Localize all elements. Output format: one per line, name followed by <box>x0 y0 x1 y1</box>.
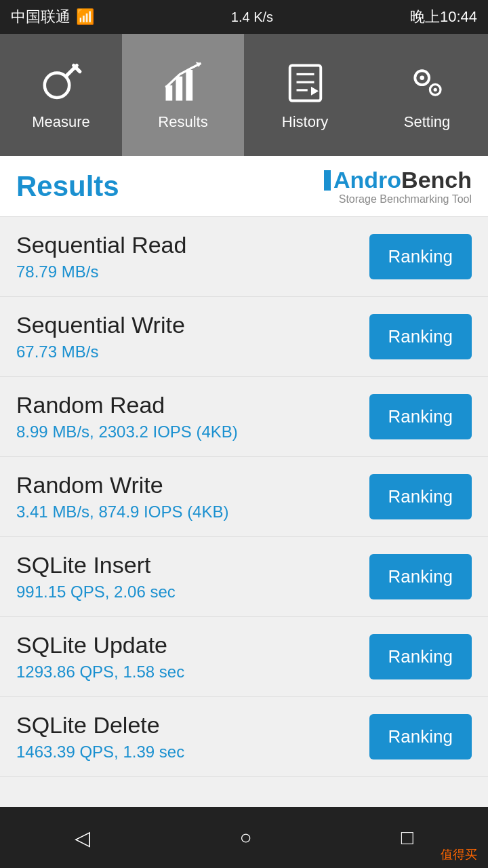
svg-rect-4 <box>176 76 182 100</box>
bench-info-rand-read: Random Read 8.99 MB/s, 2303.2 IOPS (4KB) <box>16 392 369 441</box>
tab-measure-label: Measure <box>32 113 90 131</box>
svg-point-15 <box>433 87 436 91</box>
brand-first: Andro <box>333 167 401 193</box>
bench-name-sqlite-delete: SQLite Delete <box>16 712 369 738</box>
bench-value-rand-write: 3.41 MB/s, 874.9 IOPS (4KB) <box>16 502 369 521</box>
status-bar: 中国联通 📶 1.4 K/s 晚上10:44 <box>0 0 488 34</box>
bench-info-sqlite-delete: SQLite Delete 1463.39 QPS, 1.39 sec <box>16 712 369 762</box>
bench-name-rand-read: Random Read <box>16 392 369 418</box>
bench-row-sqlite-insert: SQLite Insert 991.15 QPS, 2.06 sec Ranki… <box>0 537 488 617</box>
measure-icon <box>37 59 85 106</box>
tab-setting[interactable]: Setting <box>366 34 488 156</box>
brand-second: Bench <box>401 167 472 193</box>
home-button[interactable]: ○ <box>226 819 265 856</box>
signal-icons: 📶 <box>76 8 94 26</box>
svg-line-2 <box>73 65 79 71</box>
bench-name-seq-write: Sequential Write <box>16 312 369 338</box>
svg-point-13 <box>420 75 424 80</box>
page-title: Results <box>16 170 119 203</box>
tab-history[interactable]: History <box>244 34 366 156</box>
nav-bar: ◁ ○ □ 值得买 <box>0 807 488 868</box>
brand-accent <box>324 170 331 191</box>
tab-measure[interactable]: Measure <box>0 34 122 156</box>
bench-value-sqlite-update: 1293.86 QPS, 1.58 sec <box>16 663 369 682</box>
time-text: 晚上10:44 <box>410 7 477 27</box>
ranking-btn-sqlite-delete[interactable]: Ranking <box>369 714 472 760</box>
bench-name-sqlite-update: SQLite Update <box>16 632 369 658</box>
bench-value-rand-read: 8.99 MB/s, 2303.2 IOPS (4KB) <box>16 422 369 441</box>
bench-name-sqlite-insert: SQLite Insert <box>16 552 369 578</box>
bench-info-rand-write: Random Write 3.41 MB/s, 874.9 IOPS (4KB) <box>16 472 369 521</box>
bench-row-seq-write: Sequential Write 67.73 MB/s Ranking <box>0 297 488 377</box>
carrier-text: 中国联通 <box>11 7 70 27</box>
bench-value-seq-read: 78.79 MB/s <box>16 262 369 281</box>
tab-history-label: History <box>282 113 328 131</box>
ranking-btn-rand-write[interactable]: Ranking <box>369 474 472 519</box>
recent-button[interactable]: □ <box>388 819 427 856</box>
bench-name-rand-write: Random Write <box>16 472 369 498</box>
results-header: Results AndroBench Storage Benchmarking … <box>0 156 488 217</box>
bench-info-seq-read: Sequential Read 78.79 MB/s <box>16 232 369 281</box>
bench-row-sqlite-delete: SQLite Delete 1463.39 QPS, 1.39 sec Rank… <box>0 697 488 777</box>
network-speed: 1.4 K/s <box>231 9 273 25</box>
brand-subtitle: Storage Benchmarking Tool <box>339 193 472 205</box>
back-button[interactable]: ◁ <box>61 819 104 856</box>
status-left: 中国联通 📶 <box>11 7 94 27</box>
results-icon <box>159 59 207 106</box>
bench-row-rand-read: Random Read 8.99 MB/s, 2303.2 IOPS (4KB)… <box>0 377 488 457</box>
bench-value-seq-write: 67.73 MB/s <box>16 342 369 361</box>
bench-info-sqlite-insert: SQLite Insert 991.15 QPS, 2.06 sec <box>16 552 369 601</box>
svg-rect-5 <box>186 70 192 101</box>
ranking-btn-sqlite-insert[interactable]: Ranking <box>369 554 472 599</box>
tab-bar: Measure Results History <box>0 34 488 156</box>
bench-name-seq-read: Sequential Read <box>16 232 369 258</box>
bench-row-rand-write: Random Write 3.41 MB/s, 874.9 IOPS (4KB)… <box>0 457 488 537</box>
tab-results[interactable]: Results <box>122 34 244 156</box>
ranking-btn-sqlite-update[interactable]: Ranking <box>369 634 472 679</box>
history-icon <box>281 59 329 106</box>
bench-info-sqlite-update: SQLite Update 1293.86 QPS, 1.58 sec <box>16 632 369 682</box>
brand-area: AndroBench Storage Benchmarking Tool <box>324 167 472 205</box>
bench-row-seq-read: Sequential Read 78.79 MB/s Ranking <box>0 217 488 297</box>
bench-info-seq-write: Sequential Write 67.73 MB/s <box>16 312 369 361</box>
ranking-btn-rand-read[interactable]: Ranking <box>369 394 472 439</box>
watermark: 值得买 <box>441 846 477 863</box>
setting-icon <box>403 59 451 106</box>
brand-name: AndroBench <box>324 167 472 193</box>
bench-value-sqlite-insert: 991.15 QPS, 2.06 sec <box>16 583 369 601</box>
bench-row-sqlite-update: SQLite Update 1293.86 QPS, 1.58 sec Rank… <box>0 617 488 697</box>
tab-setting-label: Setting <box>404 113 451 131</box>
benchmark-list: Sequential Read 78.79 MB/s Ranking Seque… <box>0 217 488 838</box>
svg-marker-11 <box>310 86 318 95</box>
ranking-btn-seq-read[interactable]: Ranking <box>369 234 472 279</box>
ranking-btn-seq-write[interactable]: Ranking <box>369 314 472 359</box>
bench-value-sqlite-delete: 1463.39 QPS, 1.39 sec <box>16 743 369 762</box>
status-right: 晚上10:44 <box>410 7 477 27</box>
tab-results-label: Results <box>158 113 207 131</box>
